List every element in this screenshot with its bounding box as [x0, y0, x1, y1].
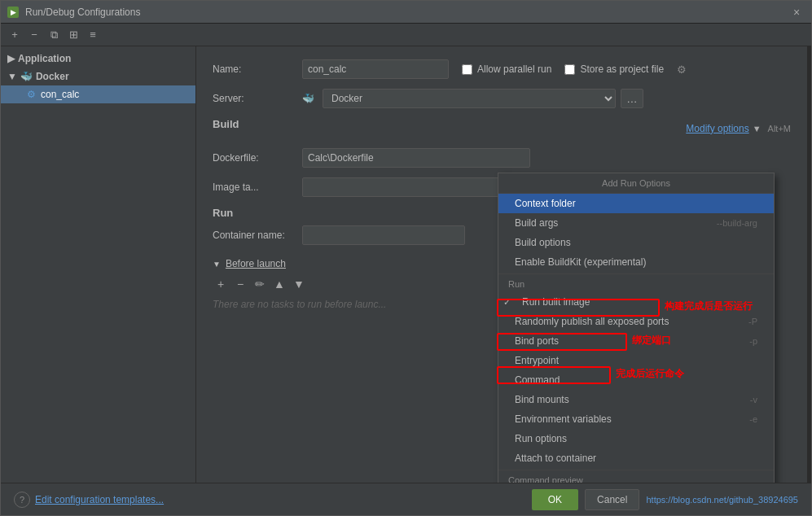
title-bar: ▶ Run/Debug Configurations ×: [1, 1, 811, 24]
add-launch-task-button[interactable]: +: [213, 276, 229, 292]
server-more-button[interactable]: …: [621, 89, 643, 108]
run-debug-window: ▶ Run/Debug Configurations × + − ⧉ ⊞ ≡ ▶…: [0, 0, 812, 516]
move-down-launch-task-button[interactable]: ▼: [291, 276, 307, 292]
help-button[interactable]: ?: [14, 492, 30, 508]
run-built-image-label: Run built image: [522, 296, 590, 308]
sidebar-section-docker[interactable]: ▼ 🐳 Docker: [1, 68, 195, 85]
dropdown-run-section: Run: [498, 276, 774, 292]
dropdown-item-bind-mounts[interactable]: Bind mounts -v: [498, 390, 774, 409]
image-tag-input[interactable]: [302, 177, 530, 197]
window-icon: ▶: [7, 7, 19, 18]
dropdown-item-attach-to-container[interactable]: Attach to container: [498, 448, 774, 468]
title-bar-text: Run/Debug Configurations: [25, 7, 782, 18]
close-button[interactable]: ×: [788, 4, 805, 20]
move-config-button[interactable]: ⊞: [64, 26, 82, 44]
move-up-launch-task-button[interactable]: ▲: [271, 276, 287, 292]
run-title: Run: [213, 207, 233, 219]
build-title: Build: [213, 118, 239, 130]
bind-mounts-label: Bind mounts: [515, 394, 569, 405]
dropdown-item-run-options[interactable]: Run options: [498, 429, 774, 448]
server-label: Server:: [213, 93, 302, 104]
dockerfile-row: Dockerfile:: [213, 148, 791, 168]
sidebar-section-application[interactable]: ▶ Application: [1, 50, 195, 68]
dropdown-separator-2: [498, 470, 774, 470]
server-row: Server: 🐳 Docker …: [213, 89, 791, 108]
name-row: Name: Allow parallel run Store as projec…: [213, 59, 791, 79]
dropdown-item-entrypoint[interactable]: Entrypoint: [498, 351, 774, 370]
dockerfile-label: Dockerfile:: [213, 152, 302, 164]
build-args-label: Build args: [515, 217, 558, 229]
bind-ports-shortcut: -p: [749, 336, 757, 346]
randomly-publish-label: Randomly publish all exposed ports: [515, 316, 669, 327]
edit-templates-link[interactable]: Edit configuration templates...: [35, 494, 164, 505]
store-as-project-checkbox[interactable]: [564, 64, 575, 75]
more-options-button[interactable]: ≡: [84, 26, 102, 44]
modify-options-shortcut: Alt+M: [768, 124, 791, 133]
server-select-container: 🐳 Docker …: [302, 89, 643, 108]
attach-to-container-label: Attach to container: [515, 453, 596, 464]
copy-config-button[interactable]: ⧉: [45, 26, 63, 44]
apply-url[interactable]: https://blog.csdn.net/github_38924695: [646, 495, 798, 505]
before-launch-chevron: ▼: [213, 260, 221, 269]
dockerfile-input[interactable]: [302, 148, 530, 168]
dropdown-item-buildkit[interactable]: Enable BuildKit (experimental): [498, 252, 774, 272]
sidebar-child-label: con_calc: [41, 89, 79, 100]
toolbar: + − ⧉ ⊞ ≡: [1, 24, 811, 46]
docker-icon: 🐳: [20, 71, 33, 82]
allow-parallel-checkbox[interactable]: [462, 64, 472, 75]
buildkit-label: Enable BuildKit (experimental): [515, 256, 646, 268]
image-tag-label: Image ta...: [213, 181, 302, 193]
env-vars-shortcut: -e: [749, 414, 757, 424]
modify-options-button[interactable]: Modify options: [686, 123, 748, 134]
container-name-input[interactable]: [302, 225, 465, 245]
remove-launch-task-button[interactable]: −: [232, 276, 248, 292]
run-options-label: Run options: [515, 433, 567, 444]
dropdown-command-preview-section: Command preview: [498, 472, 774, 483]
name-label: Name:: [213, 63, 302, 75]
footer-left: ? Edit configuration templates...: [14, 492, 164, 508]
build-header: Build Modify options ▼ Alt+M: [213, 118, 791, 138]
bind-mounts-shortcut: -v: [750, 395, 757, 404]
right-scrollbar: [807, 46, 811, 483]
build-args-shortcut: --build-arg: [717, 218, 757, 228]
dropdown-header: Add Run Options: [498, 173, 774, 194]
container-name-label: Container name:: [213, 230, 302, 241]
form-panel: Name: Allow parallel run Store as projec…: [196, 46, 807, 483]
bind-ports-label: Bind ports: [515, 335, 559, 347]
sidebar-docker-label: Docker: [36, 71, 69, 82]
cancel-button[interactable]: Cancel: [585, 489, 639, 510]
dropdown-item-context-folder[interactable]: Context folder: [498, 194, 774, 213]
config-icon: ⚙: [27, 89, 36, 100]
sidebar: ▶ Application ▼ 🐳 Docker ⚙ con_calc: [1, 46, 196, 483]
modify-options-chevron: ▼: [753, 124, 762, 133]
dropdown-item-build-options[interactable]: Build options: [498, 233, 774, 252]
chevron-down-icon: ▼: [7, 71, 17, 82]
command-label: Command: [515, 374, 560, 386]
dropdown-separator-1: [498, 273, 774, 274]
remove-config-button[interactable]: −: [25, 26, 43, 44]
dropdown-item-run-built-image[interactable]: Run built image: [498, 292, 774, 312]
add-config-button[interactable]: +: [6, 26, 24, 44]
sidebar-app-label: Application: [18, 53, 71, 64]
randomly-publish-shortcut: -P: [748, 317, 757, 326]
context-folder-label: Context folder: [515, 198, 576, 209]
dropdown-item-randomly-publish[interactable]: Randomly publish all exposed ports -P: [498, 312, 774, 331]
store-settings-icon[interactable]: ⚙: [677, 63, 687, 76]
dropdown-item-bind-ports[interactable]: Bind ports -p: [498, 331, 774, 351]
entrypoint-label: Entrypoint: [515, 355, 559, 366]
name-input[interactable]: [302, 59, 449, 79]
store-as-project-label[interactable]: Store as project file: [564, 63, 664, 75]
dropdown-item-build-args[interactable]: Build args --build-arg: [498, 213, 774, 233]
env-vars-label: Environment variables: [515, 413, 612, 425]
sidebar-item-con-calc[interactable]: ⚙ con_calc: [1, 85, 195, 103]
main-content: ▶ Application ▼ 🐳 Docker ⚙ con_calc Name…: [1, 46, 811, 483]
dropdown-item-command[interactable]: Command: [498, 370, 774, 390]
allow-parallel-label[interactable]: Allow parallel run: [462, 63, 551, 75]
edit-launch-task-button[interactable]: ✏: [252, 276, 268, 292]
dropdown-item-env-vars[interactable]: Environment variables -e: [498, 409, 774, 429]
server-dropdown[interactable]: Docker: [323, 89, 616, 108]
build-options-label: Build options: [515, 237, 571, 248]
docker-server-icon: 🐳: [302, 93, 314, 104]
before-launch-title[interactable]: Before launch: [226, 258, 286, 269]
ok-button[interactable]: OK: [532, 489, 578, 510]
